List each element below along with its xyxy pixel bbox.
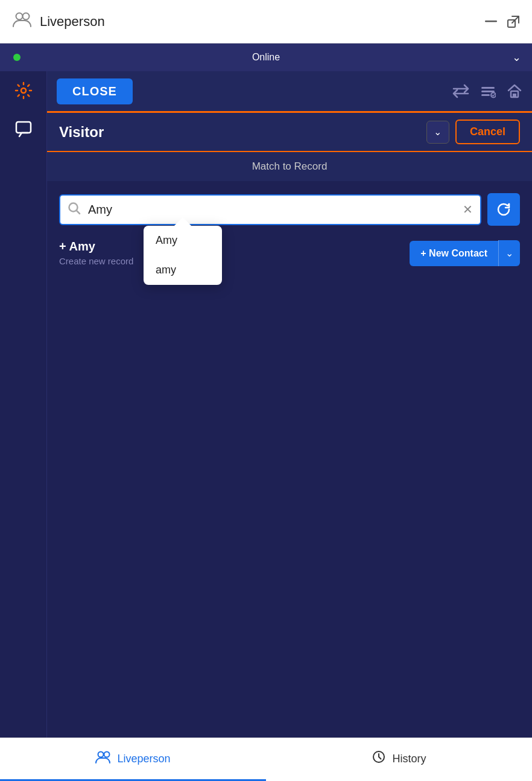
queue-icon-button[interactable]	[480, 83, 496, 99]
chevron-down-icon: ⌄	[512, 51, 521, 64]
visitor-section: Visitor ⌄ Cancel	[47, 111, 532, 151]
close-button[interactable]: CLOSE	[57, 78, 133, 104]
bottom-tab-bar: Liveperson History	[0, 738, 532, 781]
svg-point-1	[23, 13, 30, 20]
refresh-button[interactable]	[487, 193, 520, 226]
tab-history-label: History	[392, 753, 426, 765]
svg-point-15	[98, 752, 104, 757]
title-bar-left: Liveperson	[12, 11, 105, 32]
autocomplete-item-amy-lower[interactable]: amy	[144, 255, 222, 285]
new-record-label: + Amy Create new record	[59, 238, 133, 267]
svg-rect-6	[481, 87, 495, 89]
title-bar-right	[485, 15, 520, 28]
app-container: Online ⌄ CLOSE	[0, 43, 532, 738]
visitor-dropdown-button[interactable]: ⌄	[426, 121, 449, 144]
clock-tab-icon	[372, 750, 386, 768]
visitor-actions: ⌄ Cancel	[426, 120, 520, 144]
svg-point-4	[21, 88, 26, 93]
svg-rect-7	[481, 91, 495, 92]
sidebar	[0, 71, 47, 738]
svg-rect-5	[16, 122, 31, 133]
search-area: ✕	[47, 181, 532, 232]
tab-liveperson-label: Liveperson	[117, 753, 170, 765]
title-bar: Liveperson	[0, 0, 532, 43]
sidebar-icon-gear[interactable]	[10, 77, 37, 104]
people-tab-icon	[95, 750, 111, 767]
people-icon	[12, 11, 33, 32]
tab-history[interactable]: History	[266, 738, 532, 781]
clear-button[interactable]: ✕	[455, 202, 480, 217]
top-toolbar: CLOSE	[47, 71, 532, 111]
external-button[interactable]	[507, 15, 520, 28]
status-dot	[13, 54, 21, 61]
search-icon	[60, 202, 88, 218]
tab-liveperson[interactable]: Liveperson	[0, 738, 266, 781]
svg-rect-8	[481, 94, 490, 96]
sidebar-icon-chat[interactable]	[10, 116, 37, 142]
autocomplete-dropdown: Amy amy	[144, 226, 222, 285]
new-contact-dropdown-button[interactable]: ⌄	[498, 240, 520, 266]
content-area: CLOSE	[0, 71, 532, 738]
minimize-button[interactable]	[485, 21, 497, 22]
toolbar-icons	[452, 83, 522, 99]
autocomplete-item-amy-capital[interactable]: Amy	[144, 226, 222, 255]
svg-point-0	[16, 13, 23, 20]
dropdown-arrow	[174, 217, 191, 226]
app-title: Liveperson	[40, 14, 105, 30]
visitor-title: Visitor	[59, 124, 104, 141]
search-input[interactable]	[88, 196, 455, 224]
match-header: Match to Record	[47, 151, 532, 181]
home-icon-button[interactable]	[507, 83, 522, 99]
match-title: Match to Record	[252, 161, 328, 172]
create-new-label: Create new record	[59, 255, 133, 267]
new-contact-button[interactable]: + New Contact	[410, 241, 498, 266]
svg-point-16	[104, 752, 110, 757]
cancel-button[interactable]: Cancel	[455, 120, 520, 144]
main-panel: CLOSE	[47, 71, 532, 738]
svg-rect-11	[513, 94, 516, 97]
transfer-icon-button[interactable]	[452, 84, 469, 98]
status-text: Online	[252, 52, 280, 63]
status-bar[interactable]: Online ⌄	[0, 43, 532, 71]
new-contact-group: + New Contact ⌄	[410, 240, 520, 266]
match-section: Match to Record ✕	[47, 151, 532, 738]
results-area: + Amy Create new record Amy amy + New Co…	[47, 232, 532, 273]
svg-rect-2	[485, 21, 497, 22]
plus-amy-label: + Amy	[59, 238, 133, 255]
search-input-wrapper: ✕	[59, 194, 481, 225]
